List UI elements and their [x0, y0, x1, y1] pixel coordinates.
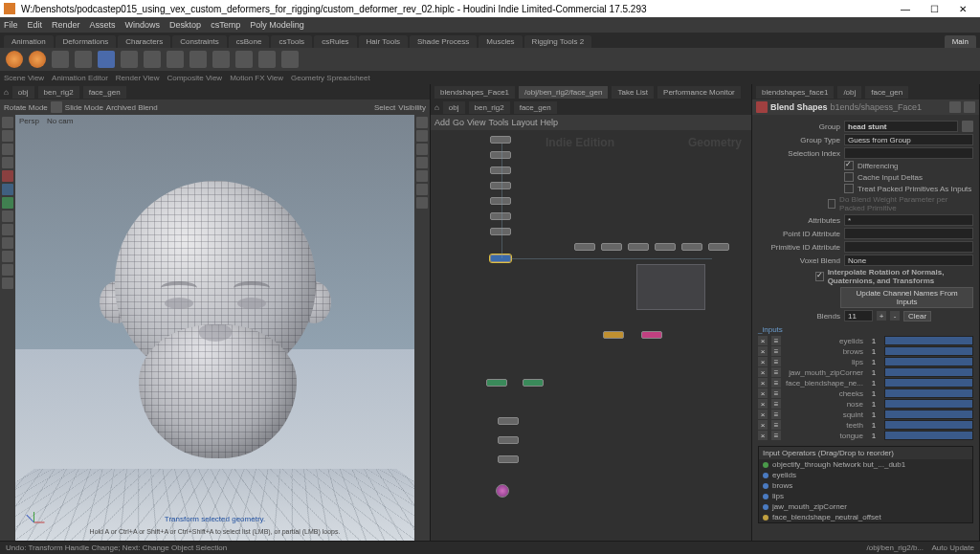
display-icon[interactable]: [416, 157, 428, 168]
tool-icon[interactable]: [2, 197, 13, 209]
shelf-tab[interactable]: Constraints: [172, 35, 226, 48]
selection-index-field[interactable]: [844, 147, 973, 159]
sop-node[interactable]: [498, 436, 519, 444]
shelf-tab[interactable]: Deformations: [56, 35, 117, 48]
toolbar-icon[interactable]: [51, 101, 62, 113]
weightparam-checkbox[interactable]: [828, 199, 835, 209]
menu-file[interactable]: File: [4, 20, 18, 30]
sop-node[interactable]: [681, 243, 702, 251]
shelf-right[interactable]: Main: [945, 35, 976, 48]
slider-remove-button[interactable]: ×: [758, 399, 768, 409]
network-tab[interactable]: blendshapes_Face1: [434, 86, 515, 99]
camera-persp-label[interactable]: Persp: [19, 117, 39, 125]
attributes-field[interactable]: *: [844, 214, 973, 226]
breadcrumb-item[interactable]: obj: [12, 86, 34, 99]
breadcrumb-item[interactable]: face_gen: [514, 101, 557, 114]
sop-node[interactable]: [603, 331, 624, 339]
sop-node[interactable]: [628, 243, 649, 251]
sop-node[interactable]: [490, 228, 511, 235]
display-icon[interactable]: [416, 144, 428, 155]
blend-slider[interactable]: [884, 336, 973, 345]
breadcrumb-item[interactable]: obj: [443, 101, 465, 114]
subtab-renderview[interactable]: Render View: [116, 74, 160, 82]
tool-icon[interactable]: [2, 224, 13, 235]
menu-cstemp[interactable]: csTemp: [211, 20, 240, 30]
blend-slider[interactable]: [884, 367, 973, 377]
input-operator-item[interactable]: face_blendshape_neutral_offset: [759, 512, 972, 522]
group-field[interactable]: head stunt: [844, 121, 958, 132]
param-tab[interactable]: blendshapes_face1: [756, 86, 834, 99]
tool-icon[interactable]: [2, 184, 13, 195]
status-path[interactable]: /obj/ben_rig2/b...: [866, 543, 924, 552]
move-tool-icon[interactable]: [2, 130, 13, 142]
shelf-tool-icon[interactable]: [167, 51, 184, 68]
subtab-motionfx[interactable]: Motion FX View: [230, 74, 283, 82]
subtab-sceneview[interactable]: Scene View: [4, 74, 44, 82]
sop-node[interactable]: [641, 331, 662, 339]
tool-icon[interactable]: [2, 170, 13, 182]
blend-slider-value[interactable]: 1: [867, 368, 880, 377]
menu-edit[interactable]: Edit: [28, 20, 43, 30]
sop-node[interactable]: [490, 212, 511, 220]
sop-node[interactable]: [655, 243, 676, 251]
subtab-geomspread[interactable]: Geometry Spreadsheet: [291, 74, 370, 82]
network-tab[interactable]: Performance Monitor: [657, 86, 741, 99]
subtab-composite[interactable]: Composite View: [167, 74, 222, 82]
shelf-tool-icon[interactable]: [258, 51, 276, 68]
blend-slider[interactable]: [884, 420, 973, 430]
sop-node[interactable]: [601, 243, 622, 251]
shelf-tool-icon[interactable]: [52, 51, 69, 68]
blend-slider[interactable]: [884, 346, 973, 356]
output-node[interactable]: [496, 484, 509, 498]
shelf-tool-icon[interactable]: [29, 51, 46, 68]
select-label[interactable]: Select: [374, 103, 395, 112]
update-channels-button[interactable]: Update Channel Names From Inputs: [840, 287, 973, 308]
blends-count-field[interactable]: 11: [844, 310, 873, 321]
shelf-tool-icon[interactable]: [212, 51, 230, 68]
sop-node[interactable]: [490, 166, 511, 174]
network-tab[interactable]: /obj/ben_rig2/face_gen: [519, 86, 608, 99]
tool-icon[interactable]: [2, 264, 13, 276]
blend-slider[interactable]: [884, 399, 973, 409]
shelf-tool-icon[interactable]: [281, 51, 299, 68]
input-operator-item[interactable]: lips: [759, 491, 972, 501]
shelf-tab[interactable]: csBone: [229, 35, 270, 48]
slider-remove-button[interactable]: ×: [758, 420, 768, 430]
menu-render[interactable]: Render: [52, 20, 80, 30]
shelf-tab[interactable]: Rigging Tools 2: [524, 35, 592, 48]
blends-remove-button[interactable]: -: [890, 311, 900, 321]
breadcrumb-item[interactable]: ben_rig2: [469, 101, 510, 114]
slider-remove-button[interactable]: ×: [758, 431, 768, 440]
sop-node[interactable]: [490, 151, 511, 159]
packed-checkbox[interactable]: [844, 184, 854, 193]
shelf-tab[interactable]: Muscles: [479, 35, 522, 48]
shelf-tab[interactable]: Hair Tools: [359, 35, 408, 48]
sop-node[interactable]: [498, 417, 519, 425]
blend-slider-value[interactable]: 1: [867, 400, 880, 409]
interpolate-checkbox[interactable]: [815, 272, 824, 281]
blend-slider-value[interactable]: 1: [867, 389, 880, 398]
shelf-tab[interactable]: csTools: [271, 35, 312, 48]
slider-expand-button[interactable]: ≡: [771, 378, 781, 388]
slider-expand-button[interactable]: ≡: [771, 346, 781, 356]
net-menu-view[interactable]: View: [467, 118, 485, 127]
blend-slider-value[interactable]: 1: [867, 337, 880, 345]
sop-node[interactable]: [490, 136, 511, 144]
menu-assets[interactable]: Assets: [90, 20, 116, 30]
visibility-label[interactable]: Visibility: [398, 103, 426, 112]
tool-icon[interactable]: [2, 277, 13, 289]
display-icon[interactable]: [416, 130, 428, 142]
net-menu-tools[interactable]: Tools: [488, 118, 508, 127]
blend-slider[interactable]: [884, 388, 973, 398]
slider-remove-button[interactable]: ×: [758, 367, 768, 377]
slider-remove-button[interactable]: ×: [758, 388, 768, 398]
sop-node[interactable]: [490, 182, 511, 189]
blend-slider-value[interactable]: 1: [867, 379, 880, 388]
3d-viewport[interactable]: Persp No cam Transform selected geometry…: [15, 115, 414, 541]
blend-slider[interactable]: [884, 431, 973, 440]
slider-remove-button[interactable]: ×: [758, 346, 768, 356]
blend-slider-value[interactable]: 1: [867, 421, 880, 430]
display-icon[interactable]: [416, 117, 428, 128]
display-icon[interactable]: [416, 197, 428, 209]
group-type-dropdown[interactable]: Guess from Group: [844, 134, 973, 145]
